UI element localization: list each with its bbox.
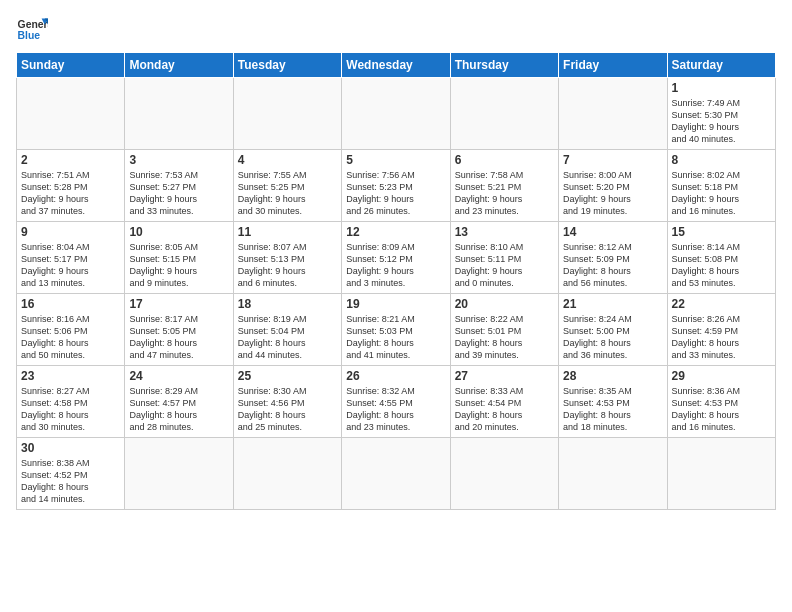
day-info: Sunrise: 7:49 AM Sunset: 5:30 PM Dayligh…	[672, 97, 771, 146]
weekday-header-friday: Friday	[559, 53, 667, 78]
day-info: Sunrise: 8:09 AM Sunset: 5:12 PM Dayligh…	[346, 241, 445, 290]
day-info: Sunrise: 8:33 AM Sunset: 4:54 PM Dayligh…	[455, 385, 554, 434]
calendar-cell: 20Sunrise: 8:22 AM Sunset: 5:01 PM Dayli…	[450, 294, 558, 366]
calendar-cell: 10Sunrise: 8:05 AM Sunset: 5:15 PM Dayli…	[125, 222, 233, 294]
day-number: 20	[455, 297, 554, 311]
day-info: Sunrise: 8:10 AM Sunset: 5:11 PM Dayligh…	[455, 241, 554, 290]
day-info: Sunrise: 8:04 AM Sunset: 5:17 PM Dayligh…	[21, 241, 120, 290]
calendar-cell	[450, 438, 558, 510]
day-info: Sunrise: 8:21 AM Sunset: 5:03 PM Dayligh…	[346, 313, 445, 362]
calendar-cell: 4Sunrise: 7:55 AM Sunset: 5:25 PM Daylig…	[233, 150, 341, 222]
calendar-cell: 1Sunrise: 7:49 AM Sunset: 5:30 PM Daylig…	[667, 78, 775, 150]
day-number: 7	[563, 153, 662, 167]
day-info: Sunrise: 8:19 AM Sunset: 5:04 PM Dayligh…	[238, 313, 337, 362]
calendar-cell: 8Sunrise: 8:02 AM Sunset: 5:18 PM Daylig…	[667, 150, 775, 222]
calendar-cell: 19Sunrise: 8:21 AM Sunset: 5:03 PM Dayli…	[342, 294, 450, 366]
calendar-cell	[450, 78, 558, 150]
day-info: Sunrise: 8:17 AM Sunset: 5:05 PM Dayligh…	[129, 313, 228, 362]
day-number: 9	[21, 225, 120, 239]
page: General Blue SundayMondayTuesdayWednesda…	[0, 0, 792, 612]
day-number: 5	[346, 153, 445, 167]
calendar-cell: 18Sunrise: 8:19 AM Sunset: 5:04 PM Dayli…	[233, 294, 341, 366]
day-info: Sunrise: 8:36 AM Sunset: 4:53 PM Dayligh…	[672, 385, 771, 434]
calendar-week-row: 16Sunrise: 8:16 AM Sunset: 5:06 PM Dayli…	[17, 294, 776, 366]
day-info: Sunrise: 7:55 AM Sunset: 5:25 PM Dayligh…	[238, 169, 337, 218]
day-info: Sunrise: 8:14 AM Sunset: 5:08 PM Dayligh…	[672, 241, 771, 290]
day-info: Sunrise: 8:38 AM Sunset: 4:52 PM Dayligh…	[21, 457, 120, 506]
calendar-cell: 24Sunrise: 8:29 AM Sunset: 4:57 PM Dayli…	[125, 366, 233, 438]
day-number: 24	[129, 369, 228, 383]
day-number: 21	[563, 297, 662, 311]
day-number: 28	[563, 369, 662, 383]
day-info: Sunrise: 8:29 AM Sunset: 4:57 PM Dayligh…	[129, 385, 228, 434]
weekday-header-thursday: Thursday	[450, 53, 558, 78]
day-info: Sunrise: 8:02 AM Sunset: 5:18 PM Dayligh…	[672, 169, 771, 218]
day-number: 15	[672, 225, 771, 239]
calendar-cell	[342, 438, 450, 510]
calendar-cell: 27Sunrise: 8:33 AM Sunset: 4:54 PM Dayli…	[450, 366, 558, 438]
day-number: 17	[129, 297, 228, 311]
calendar-cell	[559, 438, 667, 510]
weekday-header-tuesday: Tuesday	[233, 53, 341, 78]
day-number: 2	[21, 153, 120, 167]
day-number: 3	[129, 153, 228, 167]
day-info: Sunrise: 8:35 AM Sunset: 4:53 PM Dayligh…	[563, 385, 662, 434]
calendar-cell	[233, 78, 341, 150]
day-number: 27	[455, 369, 554, 383]
calendar-cell: 15Sunrise: 8:14 AM Sunset: 5:08 PM Dayli…	[667, 222, 775, 294]
calendar-cell: 25Sunrise: 8:30 AM Sunset: 4:56 PM Dayli…	[233, 366, 341, 438]
calendar-cell: 29Sunrise: 8:36 AM Sunset: 4:53 PM Dayli…	[667, 366, 775, 438]
day-info: Sunrise: 7:53 AM Sunset: 5:27 PM Dayligh…	[129, 169, 228, 218]
calendar-cell: 30Sunrise: 8:38 AM Sunset: 4:52 PM Dayli…	[17, 438, 125, 510]
day-number: 19	[346, 297, 445, 311]
calendar-cell: 14Sunrise: 8:12 AM Sunset: 5:09 PM Dayli…	[559, 222, 667, 294]
weekday-header-wednesday: Wednesday	[342, 53, 450, 78]
calendar-week-row: 9Sunrise: 8:04 AM Sunset: 5:17 PM Daylig…	[17, 222, 776, 294]
day-number: 13	[455, 225, 554, 239]
day-number: 25	[238, 369, 337, 383]
weekday-header-row: SundayMondayTuesdayWednesdayThursdayFrid…	[17, 53, 776, 78]
day-number: 11	[238, 225, 337, 239]
day-info: Sunrise: 7:51 AM Sunset: 5:28 PM Dayligh…	[21, 169, 120, 218]
calendar-cell	[17, 78, 125, 150]
calendar-cell	[667, 438, 775, 510]
day-info: Sunrise: 8:16 AM Sunset: 5:06 PM Dayligh…	[21, 313, 120, 362]
calendar-table: SundayMondayTuesdayWednesdayThursdayFrid…	[16, 52, 776, 510]
day-number: 8	[672, 153, 771, 167]
weekday-header-sunday: Sunday	[17, 53, 125, 78]
day-number: 22	[672, 297, 771, 311]
logo-icon: General Blue	[16, 12, 48, 44]
day-info: Sunrise: 8:05 AM Sunset: 5:15 PM Dayligh…	[129, 241, 228, 290]
calendar-cell: 5Sunrise: 7:56 AM Sunset: 5:23 PM Daylig…	[342, 150, 450, 222]
day-info: Sunrise: 8:30 AM Sunset: 4:56 PM Dayligh…	[238, 385, 337, 434]
calendar-cell	[233, 438, 341, 510]
day-number: 16	[21, 297, 120, 311]
calendar-cell: 16Sunrise: 8:16 AM Sunset: 5:06 PM Dayli…	[17, 294, 125, 366]
weekday-header-saturday: Saturday	[667, 53, 775, 78]
day-info: Sunrise: 7:58 AM Sunset: 5:21 PM Dayligh…	[455, 169, 554, 218]
day-number: 23	[21, 369, 120, 383]
calendar-cell: 21Sunrise: 8:24 AM Sunset: 5:00 PM Dayli…	[559, 294, 667, 366]
calendar-cell: 28Sunrise: 8:35 AM Sunset: 4:53 PM Dayli…	[559, 366, 667, 438]
weekday-header-monday: Monday	[125, 53, 233, 78]
day-number: 18	[238, 297, 337, 311]
calendar-cell: 13Sunrise: 8:10 AM Sunset: 5:11 PM Dayli…	[450, 222, 558, 294]
svg-text:Blue: Blue	[18, 30, 41, 41]
day-number: 26	[346, 369, 445, 383]
day-info: Sunrise: 8:27 AM Sunset: 4:58 PM Dayligh…	[21, 385, 120, 434]
calendar-cell	[342, 78, 450, 150]
calendar-cell: 22Sunrise: 8:26 AM Sunset: 4:59 PM Dayli…	[667, 294, 775, 366]
calendar-cell: 2Sunrise: 7:51 AM Sunset: 5:28 PM Daylig…	[17, 150, 125, 222]
day-info: Sunrise: 8:32 AM Sunset: 4:55 PM Dayligh…	[346, 385, 445, 434]
day-info: Sunrise: 8:22 AM Sunset: 5:01 PM Dayligh…	[455, 313, 554, 362]
day-number: 4	[238, 153, 337, 167]
calendar-cell	[125, 78, 233, 150]
calendar-cell	[125, 438, 233, 510]
day-number: 14	[563, 225, 662, 239]
day-info: Sunrise: 8:24 AM Sunset: 5:00 PM Dayligh…	[563, 313, 662, 362]
day-info: Sunrise: 8:07 AM Sunset: 5:13 PM Dayligh…	[238, 241, 337, 290]
calendar-cell: 9Sunrise: 8:04 AM Sunset: 5:17 PM Daylig…	[17, 222, 125, 294]
day-info: Sunrise: 8:26 AM Sunset: 4:59 PM Dayligh…	[672, 313, 771, 362]
calendar-cell: 26Sunrise: 8:32 AM Sunset: 4:55 PM Dayli…	[342, 366, 450, 438]
day-info: Sunrise: 8:00 AM Sunset: 5:20 PM Dayligh…	[563, 169, 662, 218]
